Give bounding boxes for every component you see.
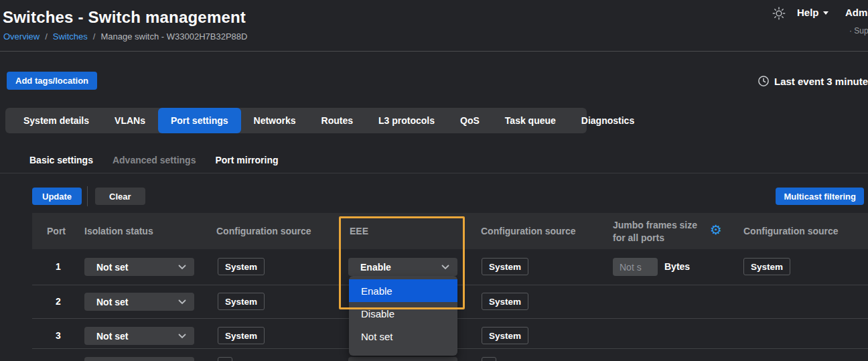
config-source-badge: System xyxy=(743,258,790,275)
tab-port-settings[interactable]: Port settings xyxy=(158,108,241,133)
add-tags-location-button[interactable]: Add tags/location xyxy=(7,72,97,90)
help-label: Help xyxy=(797,7,819,18)
subtab-basic-settings[interactable]: Basic settings xyxy=(29,155,93,165)
clock-icon xyxy=(757,75,770,87)
col-header-eee: EEE xyxy=(350,226,368,236)
isolation-status-value: Not set xyxy=(96,297,128,307)
config-source-badge: System xyxy=(482,258,528,275)
eee-dropdown[interactable]: Enable xyxy=(348,258,457,276)
clear-button[interactable]: Clear xyxy=(95,188,145,205)
tab-routes[interactable]: Routes xyxy=(309,108,366,133)
tab-networks[interactable]: Networks xyxy=(241,108,309,133)
col-header-configuration-source-3: Configuration source xyxy=(743,226,839,236)
breadcrumb-current: Manage switch - W33002H7B32P88D xyxy=(100,31,247,42)
eee-dropdown[interactable] xyxy=(348,357,457,361)
breadcrumb-link-switches[interactable]: Switches xyxy=(53,31,88,42)
help-menu[interactable]: Help xyxy=(797,7,828,18)
config-source-badge: System xyxy=(218,258,265,275)
col-header-port: Port xyxy=(47,226,66,236)
button-divider xyxy=(87,186,88,206)
config-source-badge: System xyxy=(482,293,528,310)
breadcrumb-separator: / xyxy=(93,31,96,42)
config-source-badge xyxy=(482,357,496,361)
jumbo-header-line1: Jumbo frames size xyxy=(613,219,697,232)
port-number: 2 xyxy=(47,293,70,311)
col-header-configuration-source-1: Configuration source xyxy=(216,226,311,236)
isolation-status-dropdown[interactable] xyxy=(84,357,194,361)
config-source-badge: System xyxy=(218,293,265,310)
tab-vlans[interactable]: VLANs xyxy=(102,108,158,133)
port-settings-subtabs: Basic settings Advanced settings Port mi… xyxy=(29,155,279,165)
port-number: 3 xyxy=(47,327,70,345)
config-source-badge: System xyxy=(218,327,265,344)
col-header-isolation-status: Isolation status xyxy=(84,226,153,236)
eee-option-disable[interactable]: Disable xyxy=(349,302,457,325)
admin-menu[interactable]: Admi xyxy=(845,7,868,18)
theme-toggle-sun-icon[interactable] xyxy=(772,6,786,21)
isolation-status-dropdown[interactable]: Not set xyxy=(84,258,194,276)
update-button[interactable]: Update xyxy=(32,188,82,205)
eee-dropdown-menu: Enable Disable Not set xyxy=(349,276,457,356)
col-header-jumbo-frames: Jumbo frames size for all ports xyxy=(613,219,697,244)
main-tabbar: System details VLANs Port settings Netwo… xyxy=(5,108,587,133)
tab-qos[interactable]: QoS xyxy=(447,108,492,133)
config-source-badge: System xyxy=(482,327,528,344)
chevron-down-icon xyxy=(178,334,186,339)
chevron-down-icon xyxy=(823,11,828,15)
jumbo-header-line2: for all ports xyxy=(613,232,697,244)
breadcrumb: Overview / Switches / Manage switch - W3… xyxy=(3,31,247,42)
chevron-down-icon xyxy=(178,265,186,270)
breadcrumb-separator: / xyxy=(45,31,48,42)
subtab-port-mirroring[interactable]: Port mirroring xyxy=(215,155,278,165)
table-header-row: Port Isolation status Configuration sour… xyxy=(32,213,868,249)
jumbo-settings-gear-icon[interactable]: ⚙ xyxy=(710,223,722,236)
section-divider xyxy=(0,173,868,173)
tab-l3-protocols[interactable]: L3 protocols xyxy=(366,108,447,133)
config-source-badge xyxy=(218,357,232,361)
tab-system-details[interactable]: System details xyxy=(11,108,102,133)
page-title: Switches - Switch management xyxy=(3,8,246,27)
jumbo-frames-size-input[interactable]: Not s xyxy=(613,258,658,276)
tab-diagnostics[interactable]: Diagnostics xyxy=(569,108,647,133)
chevron-down-icon xyxy=(441,265,449,270)
header-divider xyxy=(0,51,868,52)
chevron-down-icon xyxy=(178,299,186,305)
isolation-status-dropdown[interactable]: Not set xyxy=(84,327,194,345)
subtab-advanced-settings[interactable]: Advanced settings xyxy=(113,155,196,165)
last-event-status: Last event 3 minutes xyxy=(757,75,868,87)
admin-sub-label: · Sup xyxy=(849,26,868,35)
port-number: 1 xyxy=(47,258,70,276)
last-event-text: Last event 3 minutes xyxy=(774,76,868,87)
isolation-status-value: Not set xyxy=(96,262,128,273)
switch-management-screen: Switches - Switch management Overview / … xyxy=(0,0,868,361)
bytes-unit-label: Bytes xyxy=(664,258,690,276)
isolation-status-dropdown[interactable]: Not set xyxy=(84,293,194,311)
col-header-configuration-source-2: Configuration source xyxy=(481,226,576,236)
isolation-status-value: Not set xyxy=(96,331,128,342)
eee-option-enable[interactable]: Enable xyxy=(349,279,457,302)
breadcrumb-link-overview[interactable]: Overview xyxy=(3,31,40,42)
eee-option-not-set[interactable]: Not set xyxy=(349,325,457,348)
tab-task-queue[interactable]: Task queue xyxy=(492,108,569,133)
multicast-filtering-button[interactable]: Multicast filtering xyxy=(776,188,864,205)
eee-selected-value: Enable xyxy=(360,262,391,273)
